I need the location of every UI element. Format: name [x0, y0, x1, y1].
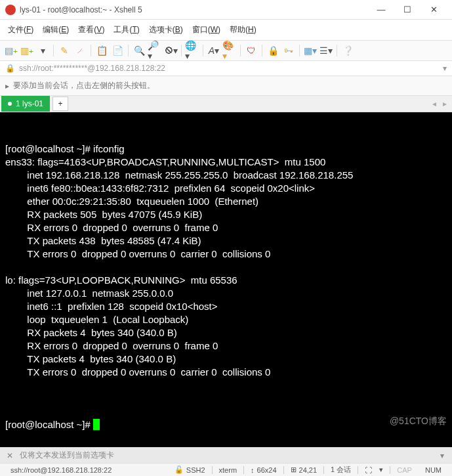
tab-label: lys-01	[22, 99, 43, 108]
find-next-icon[interactable]: 🔎▾	[148, 43, 162, 58]
send-close-icon[interactable]: ✕	[4, 450, 16, 461]
font-icon[interactable]: A▾	[207, 43, 221, 58]
shield-icon[interactable]: 🛡	[244, 43, 258, 58]
terminal-line: RX errors 0 dropped 0 overruns 0 frame 0	[5, 339, 447, 353]
paste-icon[interactable]: 📄	[110, 43, 125, 58]
ruler-icon: ↕	[251, 466, 255, 474]
window-title: lys-01 - root@localhost:~ - Xshell 5	[20, 5, 368, 14]
terminal-line: [root@localhost ~]# ifconfig	[5, 142, 447, 156]
terminal-line: RX packets 505 bytes 47075 (45.9 KiB)	[5, 208, 447, 221]
status-term: xterm	[213, 466, 244, 474]
tab-status-icon	[8, 102, 12, 106]
terminal-line: RX packets 4 bytes 340 (340.0 B)	[5, 326, 447, 339]
grid-icon[interactable]: ☰▾	[319, 43, 333, 58]
menubar: 文件(F) 编辑(E) 查看(V) 工具(T) 选项卡(B) 窗口(W) 帮助(…	[0, 20, 452, 41]
address-dropdown-icon[interactable]: ▾	[443, 64, 447, 73]
toolbar: ▤+ ▥+ ▾ ✎ ⟋ 📋 📄 🔍 🔎▾ 🛇▾ 🌐▾ A▾ 🎨▾ 🛡 🔒 🗝 ▦…	[0, 41, 452, 61]
lock-status-icon: 🔓	[175, 465, 184, 474]
terminal-line: inet 192.168.218.128 netmask 255.255.255…	[5, 169, 447, 182]
tab-index: 1	[16, 99, 20, 108]
expand-icon[interactable]: ⛶	[365, 466, 372, 474]
send-dropdown-icon[interactable]: ▾	[436, 450, 448, 461]
find-icon[interactable]: 🔍	[132, 43, 146, 58]
clear-icon[interactable]: 🛇▾	[163, 43, 178, 58]
lock-small-icon: 🔒	[5, 64, 15, 73]
status-proto: SSH2	[186, 466, 205, 474]
status-size: 66x24	[257, 466, 277, 474]
terminal-line: inet6 ::1 prefixlen 128 scopeid 0x10<hos…	[5, 300, 447, 313]
terminal-line	[5, 261, 447, 274]
notice-text: 要添加当前会话，点击左侧的箭头按钮。	[13, 80, 155, 91]
lock-icon[interactable]: 🔒	[266, 43, 280, 58]
dropdown-icon[interactable]: ▾	[35, 43, 50, 58]
new-session-icon[interactable]: ▤+	[4, 43, 18, 58]
menu-window[interactable]: 窗口(W)	[188, 22, 224, 37]
minimize-button[interactable]: —	[368, 1, 394, 19]
terminal-cursor	[93, 419, 100, 430]
address-bar: 🔒 ssh://root:***********@192.168.218.128…	[0, 61, 452, 76]
color-icon[interactable]: 🎨▾	[222, 43, 237, 58]
terminal-line: RX errors 0 dropped 0 overruns 0 frame 0	[5, 221, 447, 234]
watermark: @51CTO博客	[390, 414, 447, 427]
open-folder-icon[interactable]: ▥+	[20, 43, 34, 58]
menu-file[interactable]: 文件(F)	[4, 22, 37, 37]
copy-icon[interactable]: 📋	[94, 43, 109, 58]
menu-edit[interactable]: 编辑(E)	[39, 22, 73, 37]
address-text[interactable]: ssh://root:***********@192.168.218.128:2…	[19, 64, 439, 73]
status-bar: ssh://root@192.168.218.128:22 🔓SSH2 xter…	[0, 463, 452, 476]
terminal[interactable]: [root@localhost ~]# ifconfigens33: flags…	[0, 112, 452, 447]
menu-tabs[interactable]: 选项卡(B)	[145, 22, 187, 37]
send-bar: ✕ 仅将文本发送到当前选项卡 ▾	[0, 447, 452, 463]
terminal-line: TX packets 4 bytes 340 (340.0 B)	[5, 353, 447, 366]
tab-prev-icon[interactable]: ◂	[430, 98, 439, 110]
reconnect-icon[interactable]: ✎	[57, 43, 72, 58]
terminal-line: TX packets 438 bytes 48585 (47.4 KiB)	[5, 234, 447, 248]
app-icon	[5, 5, 16, 15]
menu-tools[interactable]: 工具(T)	[110, 22, 143, 37]
layout-icon[interactable]: ▦▾	[303, 43, 318, 58]
tab-bar: 1 lys-01 + ◂ ▸	[0, 96, 452, 112]
terminal-line: ether 00:0c:29:21:35:80 txqueuelen 1000 …	[5, 195, 447, 208]
terminal-line: lo: flags=73<UP,LOOPBACK,RUNNING> mtu 65…	[5, 274, 447, 287]
menu-help[interactable]: 帮助(H)	[226, 22, 260, 37]
dropdown-small-icon[interactable]: ▾	[379, 465, 383, 474]
status-cap: CAP	[390, 466, 419, 474]
tab-session[interactable]: 1 lys-01	[1, 96, 50, 112]
terminal-line: ens33: flags=4163<UP,BROADCAST,RUNNING,M…	[5, 156, 447, 169]
key-icon[interactable]: 🗝	[281, 43, 296, 58]
globe-icon[interactable]: 🌐▾	[185, 43, 199, 58]
status-sessions: 1 会话	[324, 465, 358, 475]
terminal-line	[5, 379, 447, 392]
terminal-line: loop txqueuelen 1 (Local Loopback)	[5, 313, 447, 326]
notice-arrow-icon[interactable]: ▸	[5, 81, 9, 91]
status-num: NUM	[419, 466, 448, 474]
close-button[interactable]: ✕	[421, 1, 447, 19]
status-connection: ssh://root@192.168.218.128:22	[4, 466, 118, 474]
send-bar-text: 仅将文本发送到当前选项卡	[20, 450, 114, 461]
terminal-line: TX errors 0 dropped 0 overruns 0 carrier…	[5, 248, 447, 261]
tab-add-button[interactable]: +	[52, 97, 68, 111]
help-icon[interactable]: ❔	[340, 43, 355, 58]
terminal-line: inet6 fe80::b0ea:1433:6f82:7312 prefixle…	[5, 182, 447, 195]
tab-next-icon[interactable]: ▸	[440, 98, 449, 110]
titlebar: lys-01 - root@localhost:~ - Xshell 5 — ☐…	[0, 0, 452, 20]
terminal-line: inet 127.0.0.1 netmask 255.0.0.0	[5, 287, 447, 300]
disconnect-icon[interactable]: ⟋	[73, 43, 87, 58]
status-pos: 24,21	[299, 466, 318, 474]
position-icon: ⊞	[291, 465, 297, 474]
terminal-line: TX errors 0 dropped 0 overruns 0 carrier…	[5, 366, 447, 379]
notice-bar: ▸ 要添加当前会话，点击左侧的箭头按钮。	[0, 76, 452, 96]
maximize-button[interactable]: ☐	[394, 1, 421, 19]
terminal-prompt: [root@localhost ~]#	[5, 419, 93, 430]
menu-view[interactable]: 查看(V)	[74, 22, 108, 37]
